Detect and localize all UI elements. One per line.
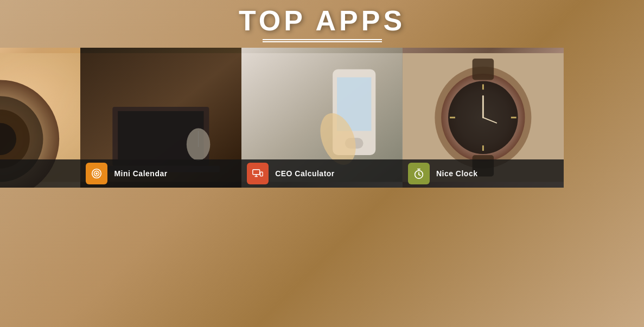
icon-box-mini-calendar [86, 163, 107, 184]
header-section: TOP APPS [0, 0, 644, 48]
app-tile-photo-mixer[interactable]: Photo Mixer [0, 48, 80, 188]
app-info-nice-clock: Nice Clock [403, 159, 564, 188]
target-icon [91, 168, 103, 179]
svg-rect-22 [253, 169, 260, 174]
apps-grid: Photo Mixer [0, 48, 644, 327]
stopwatch-icon [413, 168, 425, 179]
svg-line-42 [419, 174, 420, 175]
app-tile-ceo-calculator[interactable]: CEO Calculator [241, 48, 403, 188]
app-name-ceo-calculator: CEO Calculator [275, 169, 335, 178]
app-info-ceo-calculator: CEO Calculator [241, 159, 403, 188]
page-title: TOP APPS [0, 4, 644, 37]
monitor-icon [252, 168, 264, 179]
svg-point-16 [96, 172, 98, 174]
icon-box-nice-clock [408, 163, 430, 184]
app-name-mini-calendar: Mini Calendar [114, 169, 167, 178]
page-container: TOP APPS [0, 0, 644, 327]
app-tile-nice-clock[interactable]: Nice Clock [403, 48, 564, 188]
app-info-mini-calendar: Mini Calendar [80, 159, 241, 188]
svg-rect-25 [260, 172, 263, 176]
icon-box-ceo-calculator [247, 163, 269, 184]
app-name-nice-clock: Nice Clock [436, 169, 478, 178]
app-tile-mini-calendar[interactable]: Mini Calendar [80, 48, 241, 188]
app-info-photo-mixer: Photo Mixer [0, 159, 80, 188]
title-underline [263, 39, 382, 42]
svg-rect-36 [472, 59, 494, 80]
